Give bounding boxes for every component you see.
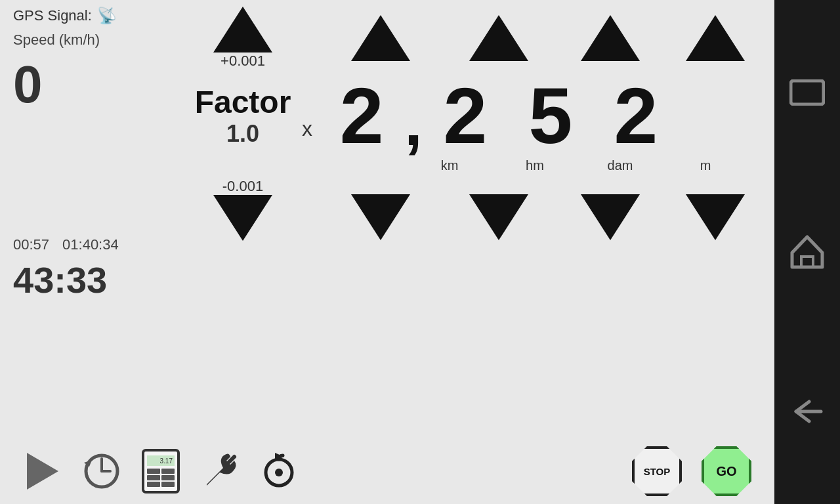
- digit2-block: 2: [423, 76, 508, 155]
- factor-down-arrow[interactable]: [213, 195, 272, 241]
- go-octagon: GO: [702, 446, 751, 496]
- calc-buttons: [147, 469, 175, 487]
- arrows-down-section: km hm dam m -0.001: [190, 158, 768, 241]
- wrench-icon: [200, 452, 240, 491]
- main-area: GPS Signal: 📡 Speed (km/h) 0 00:57 01:40…: [0, 0, 774, 504]
- calc-display: 3.17: [147, 455, 175, 466]
- factor-block: Factor 1.0: [190, 84, 295, 148]
- top-left-panel: GPS Signal: 📡 Speed (km/h) 0: [13, 7, 117, 111]
- sidebar-back-button[interactable]: [788, 395, 827, 428]
- stop-button[interactable]: STOP: [632, 446, 682, 496]
- play-icon: [27, 453, 58, 490]
- digit4-up-arrow[interactable]: [686, 15, 745, 61]
- controls-area: +0.001 Factor 1.0 x 2 ,: [190, 0, 774, 438]
- home-icon: [789, 234, 825, 270]
- sidebar-window-button[interactable]: [788, 76, 827, 109]
- digit1: 2: [340, 76, 384, 155]
- time-area: 00:57 01:40:34 43:33: [13, 236, 119, 301]
- history-icon: [83, 452, 121, 490]
- digit4-block: 2: [593, 76, 679, 155]
- back-icon: [789, 398, 825, 425]
- go-label: GO: [716, 464, 736, 479]
- digit4: 2: [614, 76, 658, 155]
- unit-km: km: [407, 158, 492, 173]
- svg-rect-8: [791, 81, 824, 104]
- factor-up-arrow[interactable]: [213, 7, 272, 52]
- speed-value: 0: [13, 58, 117, 111]
- sidebar: [774, 0, 840, 504]
- bottom-toolbar: 3.17: [0, 438, 774, 504]
- digit4-down-arrow[interactable]: [686, 194, 745, 240]
- gps-satellite-icon: 📡: [97, 7, 117, 25]
- digit1-up-arrow[interactable]: [351, 15, 410, 61]
- unit-m: m: [663, 158, 748, 173]
- reset-button[interactable]: [249, 445, 308, 497]
- reset-icon: [259, 452, 299, 491]
- comma-separator: ,: [404, 89, 423, 155]
- window-icon: [789, 79, 825, 106]
- calc-display-text: 3.17: [160, 457, 173, 465]
- elapsed-time: 43:33: [13, 259, 119, 301]
- factor-label: Factor: [195, 84, 291, 120]
- digit3-block: 5: [508, 76, 593, 155]
- digit2-up-arrow[interactable]: [469, 15, 528, 61]
- digit2: 2: [443, 76, 487, 155]
- factor-digits-row: Factor 1.0 x 2 , 2 5 2: [190, 73, 679, 158]
- unit-hm: hm: [492, 158, 578, 173]
- unit-label-row: km hm dam m: [308, 158, 768, 173]
- digit1-down-arrow[interactable]: [351, 194, 410, 240]
- digit3: 5: [528, 76, 572, 155]
- gps-signal-row: GPS Signal: 📡: [13, 7, 117, 25]
- svg-marker-9: [792, 237, 822, 267]
- go-button[interactable]: GO: [702, 446, 751, 496]
- play-button[interactable]: [13, 445, 72, 497]
- time2: 01:40:34: [62, 236, 119, 253]
- digit1-block: 2: [319, 76, 404, 155]
- decrement-label: -0.001: [222, 178, 263, 195]
- calculator-icon: 3.17: [142, 449, 180, 494]
- history-button[interactable]: [72, 445, 131, 497]
- digit3-down-arrow[interactable]: [581, 194, 640, 240]
- tools-button[interactable]: [190, 445, 249, 497]
- time-row: 00:57 01:40:34: [13, 236, 119, 253]
- arrows-down-row: -0.001: [190, 178, 768, 241]
- svg-point-6: [275, 469, 283, 476]
- factor-value: 1.0: [226, 120, 259, 148]
- increment-label: +0.001: [220, 52, 265, 70]
- speed-label: Speed (km/h): [13, 32, 117, 49]
- arrows-up-row: +0.001: [190, 7, 768, 70]
- digit2-down-arrow[interactable]: [469, 194, 528, 240]
- digit3-up-arrow[interactable]: [581, 15, 640, 61]
- stop-label: STOP: [644, 466, 671, 477]
- x-label: x: [302, 117, 312, 141]
- time1: 00:57: [13, 236, 49, 253]
- stop-octagon: STOP: [632, 446, 682, 496]
- gps-label: GPS Signal:: [13, 7, 92, 24]
- unit-dam: dam: [578, 158, 663, 173]
- calculator-button[interactable]: 3.17: [131, 445, 190, 497]
- sidebar-home-button[interactable]: [788, 236, 827, 268]
